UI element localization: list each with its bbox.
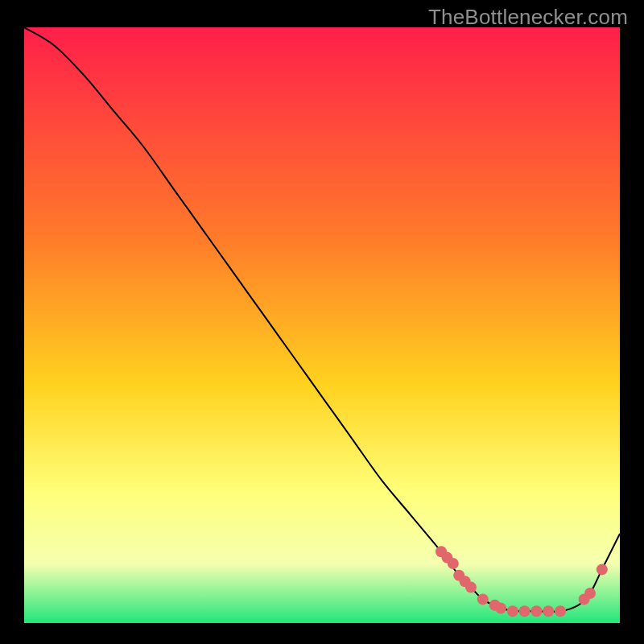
data-marker: [507, 605, 518, 617]
data-marker: [519, 605, 530, 617]
chart-frame: TheBottlenecker.com: [0, 0, 644, 644]
data-marker: [465, 582, 477, 593]
data-marker: [477, 593, 489, 605]
data-marker: [495, 603, 506, 614]
data-marker: [543, 605, 554, 617]
data-marker: [448, 558, 459, 569]
data-marker: [555, 605, 566, 617]
gradient-background: [24, 27, 620, 623]
data-marker: [584, 588, 596, 599]
attribution-label: TheBottlenecker.com: [428, 5, 628, 30]
bottleneck-chart: [24, 27, 620, 623]
data-marker: [530, 605, 542, 617]
data-marker: [597, 564, 608, 575]
